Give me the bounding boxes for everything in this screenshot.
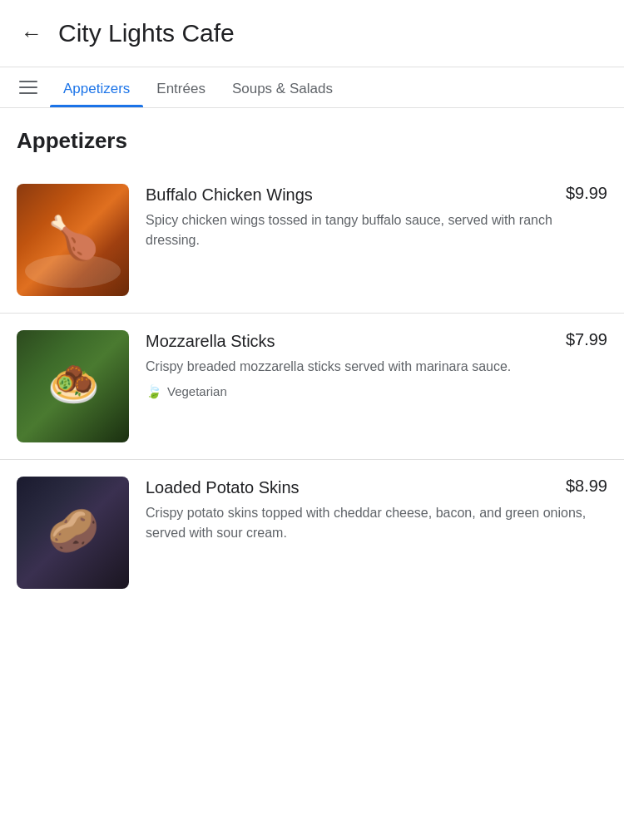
menu-list: Buffalo Chicken Wings $9.99 Spicy chicke… xyxy=(0,167,624,605)
item-image-mozzarella-sticks xyxy=(17,330,129,442)
item-price-mozz: $7.99 xyxy=(566,330,607,349)
tab-entrees-label: Entrées xyxy=(156,81,206,107)
back-arrow-icon: ← xyxy=(21,22,42,44)
item-price-buffalo: $9.99 xyxy=(566,184,607,203)
tab-appetizers[interactable]: Appetizers xyxy=(50,67,143,107)
item-header-buffalo: Buffalo Chicken Wings $9.99 xyxy=(146,184,607,205)
menu-item-mozzarella-sticks[interactable]: Mozzarella Sticks $7.99 Crispy breaded m… xyxy=(0,314,624,460)
item-content-buffalo: Buffalo Chicken Wings $9.99 Spicy chicke… xyxy=(146,184,607,257)
tab-appetizers-indicator xyxy=(50,105,143,107)
section-title: Appetizers xyxy=(0,108,624,167)
item-header-potato: Loaded Potato Skins $8.99 xyxy=(146,477,607,498)
menu-icon-button[interactable] xyxy=(13,67,43,107)
back-button[interactable]: ← xyxy=(13,15,50,52)
leaf-icon: 🍃 xyxy=(146,383,162,399)
menu-item-loaded-potato-skins[interactable]: Loaded Potato Skins $8.99 Crispy potato … xyxy=(0,460,624,605)
item-price-potato: $8.99 xyxy=(566,477,607,496)
item-image-buffalo-chicken-wings xyxy=(17,184,129,296)
item-description-potato: Crispy potato skins topped with cheddar … xyxy=(146,503,607,543)
hamburger-line-1 xyxy=(19,81,37,82)
item-description-mozz: Crispy breaded mozzarella sticks served … xyxy=(146,357,607,377)
tab-bar: Appetizers Entrées Soups & Salads xyxy=(0,67,624,108)
item-content-potato: Loaded Potato Skins $8.99 Crispy potato … xyxy=(146,477,607,550)
tab-appetizers-label: Appetizers xyxy=(63,81,130,107)
item-image-loaded-potato-skins xyxy=(17,477,129,589)
item-content-mozz: Mozzarella Sticks $7.99 Crispy breaded m… xyxy=(146,330,607,399)
page-title: City Lights Cafe xyxy=(58,19,235,47)
tab-soups-salads[interactable]: Soups & Salads xyxy=(219,67,346,107)
item-description-buffalo: Spicy chicken wings tossed in tangy buff… xyxy=(146,210,607,250)
item-header-mozz: Mozzarella Sticks $7.99 xyxy=(146,330,607,352)
item-name-buffalo: Buffalo Chicken Wings xyxy=(146,184,559,205)
tab-entrees[interactable]: Entrées xyxy=(143,67,219,107)
header: ← City Lights Cafe xyxy=(0,0,624,67)
item-name-mozz: Mozzarella Sticks xyxy=(146,330,559,352)
hamburger-line-3 xyxy=(19,92,37,94)
menu-item-buffalo-chicken-wings[interactable]: Buffalo Chicken Wings $9.99 Spicy chicke… xyxy=(0,167,624,314)
tab-soups-salads-label: Soups & Salads xyxy=(232,81,333,107)
item-name-potato: Loaded Potato Skins xyxy=(146,477,559,498)
hamburger-icon xyxy=(19,81,37,94)
vegetarian-badge: 🍃 Vegetarian xyxy=(146,383,607,399)
vegetarian-label: Vegetarian xyxy=(167,384,227,398)
hamburger-line-2 xyxy=(19,86,37,88)
